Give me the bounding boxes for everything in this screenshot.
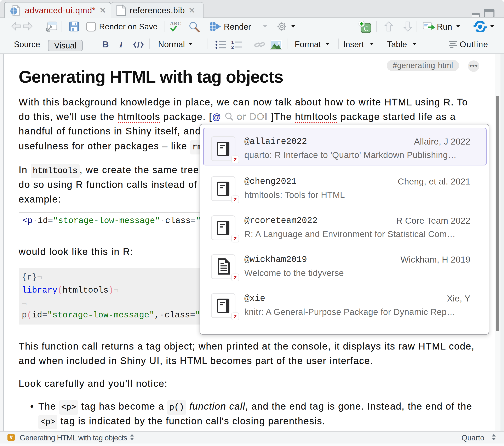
svg-text:2: 2	[231, 45, 234, 49]
svg-text:1: 1	[231, 40, 234, 45]
svg-text:C: C	[364, 25, 368, 32]
svg-text:ABC: ABC	[170, 20, 181, 27]
